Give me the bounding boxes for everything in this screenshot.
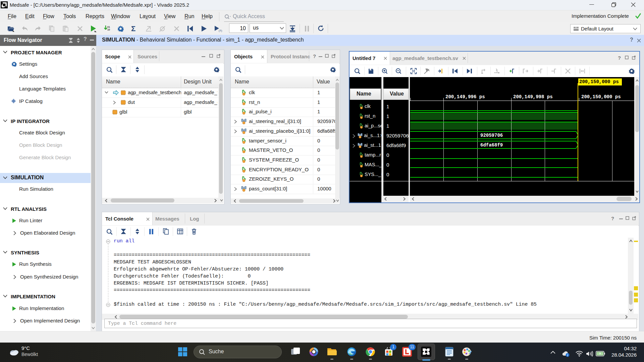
svg-text:(T): (T) (219, 29, 222, 32)
svg-text:i: i (567, 354, 568, 357)
svg-text:01: 01 (107, 26, 110, 28)
svg-text:10: 10 (107, 28, 110, 31)
